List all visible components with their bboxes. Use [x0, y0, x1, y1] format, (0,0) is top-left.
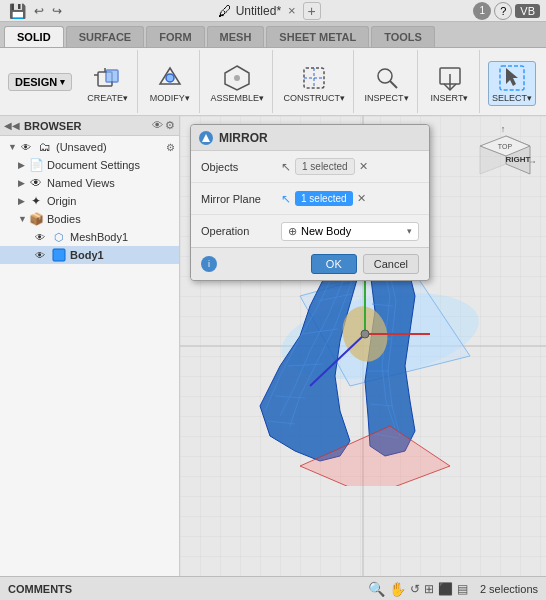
dialog-cancel-button[interactable]: Cancel: [363, 254, 419, 274]
tree-icon-views: 👁: [28, 175, 44, 191]
svg-rect-3: [106, 70, 118, 82]
display-icon[interactable]: ▤: [457, 582, 468, 596]
viewport[interactable]: RIGHT TOP ↑ ↑ MIRROR Objects ↖: [180, 116, 546, 576]
selection-count: 2 selections: [480, 583, 538, 595]
dialog-row-mirror-plane: Mirror Plane ↖ 1 selected ✕: [191, 183, 429, 215]
dialog-info-button[interactable]: i: [201, 256, 217, 272]
tree-item-body1[interactable]: 👁 Body1: [0, 246, 179, 264]
add-tab-icon[interactable]: +: [303, 2, 321, 20]
inspect-label: INSPECT▾: [365, 93, 409, 103]
modify-tool[interactable]: MODIFY▾: [147, 62, 193, 105]
objects-count: 1 selected: [302, 161, 348, 172]
tree-folder-icon: 🗂: [37, 139, 53, 155]
tree-settings-icon[interactable]: ⚙: [166, 142, 175, 153]
assemble-tool[interactable]: ASSEMBLE▾: [207, 62, 267, 105]
nav-cube[interactable]: RIGHT TOP ↑ ↑: [468, 124, 538, 194]
tree-item-origin[interactable]: ▶ ✦ Origin: [0, 192, 179, 210]
tab-solid[interactable]: SOLID: [4, 26, 64, 47]
tabbar: SOLID SURFACE FORM MESH SHEET METAL TOOL…: [0, 22, 546, 48]
construct-icon: [300, 64, 328, 92]
zoom-icon[interactable]: 🔍: [368, 581, 385, 597]
tree-item-meshbody1[interactable]: 👁 ⬡ MeshBody1: [0, 228, 179, 246]
orbit-icon[interactable]: ↺: [410, 582, 420, 596]
tree-item-doc-settings[interactable]: ▶ 📄 Document Settings: [0, 156, 179, 174]
browser-header-icons: 👁 ⚙: [152, 119, 175, 132]
tab-sheet-metal[interactable]: SHEET METAL: [266, 26, 369, 47]
tree-label-doc: Document Settings: [47, 159, 140, 171]
insert-icons: INSERT▾: [428, 52, 472, 111]
modify-icons: MODIFY▾: [147, 52, 193, 111]
tree-eye-body1: 👁: [32, 247, 48, 263]
operation-dropdown[interactable]: ⊕ New Body ▾: [281, 222, 419, 241]
redo-icon[interactable]: ↪: [49, 3, 65, 19]
create-icon: [94, 64, 122, 92]
modify-label: MODIFY▾: [150, 93, 190, 103]
design-label: DESIGN: [15, 76, 57, 88]
doc-title: Untitled*: [236, 4, 281, 18]
tree-expand-bodies: ▼: [18, 214, 28, 224]
tree-icon-origin: ✦: [28, 193, 44, 209]
tree-label-body1: Body1: [70, 249, 104, 261]
tree-icon-bodies: 📦: [28, 211, 44, 227]
design-dropdown-icon: ▾: [60, 77, 65, 87]
toolbar-section-assemble: ASSEMBLE▾: [202, 50, 273, 113]
select-tool[interactable]: SELECT▾: [488, 61, 536, 106]
tree-icon-doc: 📄: [28, 157, 44, 173]
svg-rect-16: [53, 249, 65, 261]
select-icons: SELECT▾: [488, 52, 536, 111]
inspect-icons: INSPECT▾: [362, 52, 412, 111]
user-count-badge[interactable]: 1: [473, 2, 491, 20]
assemble-icon: [223, 64, 251, 92]
browser-collapse-icon[interactable]: ◀◀: [4, 120, 20, 131]
doc-icon: 🖊: [218, 3, 232, 19]
tree-label-views: Named Views: [47, 177, 115, 189]
object-cursor-icon: ↖: [281, 160, 291, 174]
dialog-footer: i OK Cancel: [191, 247, 429, 280]
construct-tool[interactable]: CONSTRUCT▾: [281, 62, 349, 105]
inspect-tool[interactable]: INSPECT▾: [362, 62, 412, 105]
operation-value: New Body: [301, 225, 351, 237]
vb-button[interactable]: VB: [515, 4, 540, 18]
undo-icon[interactable]: ↩: [31, 3, 47, 19]
operation-dropdown-arrow: ▾: [407, 226, 412, 236]
tab-mesh[interactable]: MESH: [207, 26, 265, 47]
save-icon[interactable]: 💾: [6, 2, 29, 20]
dialog-header: MIRROR: [191, 125, 429, 151]
objects-clear-button[interactable]: ✕: [359, 160, 368, 173]
objects-selected-badge[interactable]: 1 selected: [295, 158, 355, 175]
tree-item-unsaved[interactable]: ▼ 👁 🗂 (Unsaved) ⚙: [0, 138, 179, 156]
grid-icon[interactable]: ⊞: [424, 582, 434, 596]
construct-icons: CONSTRUCT▾: [281, 52, 349, 111]
tree-item-bodies[interactable]: ▼ 📦 Bodies: [0, 210, 179, 228]
browser-tree: ▼ 👁 🗂 (Unsaved) ⚙ ▶ 📄 Document Settings …: [0, 136, 179, 576]
browser-settings-icon[interactable]: ⚙: [165, 119, 175, 132]
insert-tool[interactable]: INSERT▾: [428, 62, 472, 105]
svg-point-5: [166, 74, 174, 82]
browser-panel: ◀◀ BROWSER 👁 ⚙ ▼ 👁 🗂 (Unsaved) ⚙ ▶ 📄: [0, 116, 180, 576]
tab-tools[interactable]: TOOLS: [371, 26, 435, 47]
assemble-label: ASSEMBLE▾: [210, 93, 264, 103]
tab-surface[interactable]: SURFACE: [66, 26, 145, 47]
view-cube-icon[interactable]: ⬛: [438, 582, 453, 596]
tab-form[interactable]: FORM: [146, 26, 204, 47]
objects-label: Objects: [201, 161, 281, 173]
svg-point-41: [361, 330, 369, 338]
pan-icon[interactable]: ✋: [389, 581, 406, 597]
inspect-icon: [373, 64, 401, 92]
toolbar-left-icons: 💾 ↩ ↪: [6, 2, 65, 20]
tree-item-named-views[interactable]: ▶ 👁 Named Views: [0, 174, 179, 192]
tree-label-unsaved: (Unsaved): [56, 141, 107, 153]
dialog-ok-button[interactable]: OK: [311, 254, 357, 274]
svg-point-11: [378, 69, 392, 83]
doc-close-icon[interactable]: ×: [285, 3, 299, 18]
browser-title: BROWSER: [24, 120, 152, 132]
design-button[interactable]: DESIGN ▾: [8, 73, 72, 91]
help-icon[interactable]: ?: [494, 2, 512, 20]
mirror-cursor-icon: ↖: [281, 192, 291, 206]
tree-label-origin: Origin: [47, 195, 76, 207]
mirror-plane-clear-button[interactable]: ✕: [357, 192, 366, 205]
create-tool[interactable]: CREATE▾: [84, 62, 131, 105]
mirror-plane-selected-badge[interactable]: 1 selected: [295, 191, 353, 206]
browser-eye-icon[interactable]: 👁: [152, 119, 163, 132]
tree-icon-body1: [51, 247, 67, 263]
